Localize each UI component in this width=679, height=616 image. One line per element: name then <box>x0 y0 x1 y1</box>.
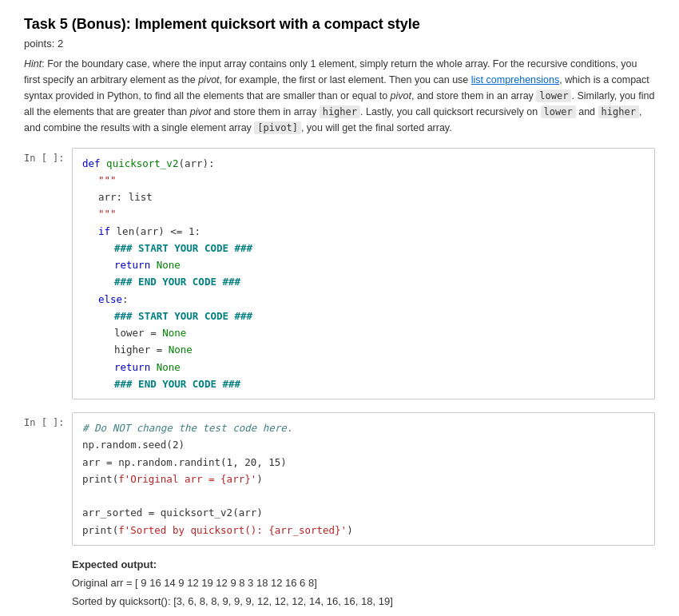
task5-title: Task 5 (Bonus): Implement quicksort with… <box>24 16 655 33</box>
hint-block: Hint: For the boundary case, where the i… <box>24 56 655 137</box>
cell-2-code[interactable]: # Do NOT change the test code here. np.r… <box>72 412 655 546</box>
cell-2-label: In [ ]: <box>24 412 72 428</box>
cell-1-code[interactable]: def quicksort_v2(arr): """ arr: list """… <box>72 148 655 400</box>
expected-line-2: Sorted by quicksort(): [3, 6, 8, 8, 9, 9… <box>72 592 655 610</box>
code-cell-1: In [ ]: def quicksort_v2(arr): """ arr: … <box>24 148 655 400</box>
expected-output: Expected output: Original arr = [ 9 16 1… <box>72 558 655 611</box>
expected-label: Expected output: <box>72 558 655 570</box>
task5-points: points: 2 <box>24 38 655 50</box>
code-cell-2: In [ ]: # Do NOT change the test code he… <box>24 412 655 546</box>
expected-line-1: Original arr = [ 9 16 14 9 12 19 12 9 8 … <box>72 574 655 592</box>
cell-1-label: In [ ]: <box>24 148 72 164</box>
